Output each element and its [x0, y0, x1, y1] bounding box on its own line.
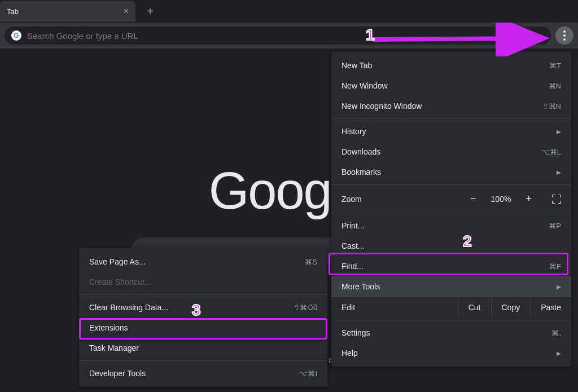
submenu-save-page[interactable]: Save Page As... ⌘S	[79, 252, 327, 272]
menu-separator	[331, 213, 571, 213]
menu-find[interactable]: Find... ⌘F	[331, 256, 571, 276]
edit-paste-button[interactable]: Paste	[530, 297, 571, 318]
omnibox[interactable]: G	[5, 27, 551, 45]
submenu-task-manager[interactable]: Task Manager	[79, 338, 327, 358]
tab-title: Tab	[7, 7, 19, 16]
menu-separator	[79, 360, 327, 361]
fullscreen-icon[interactable]	[552, 195, 561, 204]
zoom-out-button[interactable]: −	[466, 191, 481, 207]
menu-history[interactable]: History ▶	[331, 121, 571, 142]
google-favicon: G	[11, 30, 21, 41]
menu-new-incognito[interactable]: New Incognito Window ⇧⌘N	[331, 96, 571, 116]
submenu-developer-tools[interactable]: Developer Tools ⌥⌘I	[79, 363, 327, 384]
menu-zoom: Zoom − 100% +	[331, 187, 571, 210]
chevron-right-icon: ▶	[557, 284, 561, 290]
close-tab-icon[interactable]: ×	[124, 6, 129, 16]
annotation-number-2: 2	[463, 232, 472, 250]
menu-cast[interactable]: Cast...	[331, 236, 571, 256]
menu-separator	[79, 294, 327, 295]
menu-bookmarks[interactable]: Bookmarks ▶	[331, 162, 571, 182]
tab-bar: Tab × +	[0, 0, 578, 23]
menu-settings[interactable]: Settings ⌘,	[331, 323, 571, 343]
menu-new-window[interactable]: New Window ⌘N	[331, 76, 571, 96]
chevron-right-icon: ▶	[557, 350, 561, 356]
menu-separator	[331, 184, 571, 185]
zoom-value: 100%	[489, 195, 512, 204]
more-tools-submenu: Save Page As... ⌘S Create Shortcut... Cl…	[79, 248, 327, 387]
edit-cut-button[interactable]: Cut	[458, 297, 491, 318]
zoom-in-button[interactable]: +	[521, 191, 536, 207]
submenu-clear-browsing[interactable]: Clear Browsing Data... ⇧⌘⌫	[79, 297, 327, 318]
annotation-number-1: 1	[366, 26, 375, 44]
menu-print[interactable]: Print... ⌘P	[331, 215, 571, 236]
menu-edit-row: Edit Cut Copy Paste	[331, 297, 571, 318]
menu-separator	[331, 118, 571, 119]
menu-separator	[331, 320, 571, 320]
annotation-number-3: 3	[192, 301, 201, 319]
submenu-create-shortcut: Create Shortcut...	[79, 272, 327, 292]
menu-more-tools[interactable]: More Tools ▶	[331, 276, 571, 297]
browser-tab[interactable]: Tab ×	[0, 1, 135, 21]
submenu-extensions[interactable]: Extensions	[79, 318, 327, 338]
new-tab-button[interactable]: +	[142, 3, 158, 19]
menu-downloads[interactable]: Downloads ⌥⌘L	[331, 142, 571, 162]
edit-copy-button[interactable]: Copy	[491, 297, 531, 318]
toolbar: G	[0, 23, 578, 49]
menu-new-tab[interactable]: New Tab ⌘T	[331, 55, 571, 76]
more-menu-button[interactable]	[555, 27, 573, 45]
menu-help[interactable]: Help ▶	[331, 343, 571, 363]
chrome-main-menu: New Tab ⌘T New Window ⌘N New Incognito W…	[331, 52, 571, 367]
chevron-right-icon: ▶	[557, 129, 561, 135]
address-input[interactable]	[27, 31, 544, 41]
chevron-right-icon: ▶	[557, 169, 561, 175]
